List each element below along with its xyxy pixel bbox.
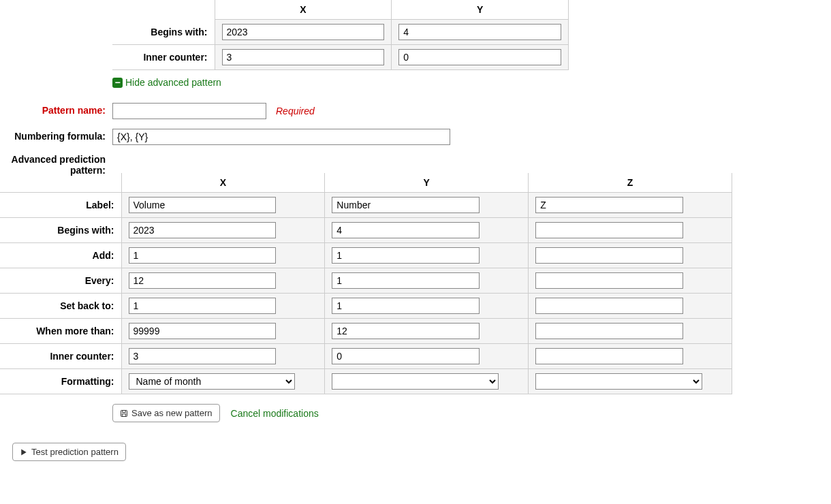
top-row-inner-counter-label: Inner counter: (112, 45, 215, 70)
top-xy-table: X Y Begins with: Inner counter: (112, 0, 569, 70)
xyz-begins-with-y-input[interactable] (332, 222, 480, 238)
advanced-prediction-pattern-label: Advanced prediction pattern: (0, 152, 112, 176)
hide-advanced-pattern-label: Hide advanced pattern (125, 77, 221, 88)
xyz-every-y-input[interactable] (332, 272, 480, 289)
xyz-formatting-z-select[interactable] (535, 373, 702, 390)
test-prediction-pattern-button[interactable]: Test prediction pattern (12, 443, 126, 461)
xyz-setback-z-input[interactable] (535, 298, 683, 314)
svg-rect-1 (123, 410, 126, 412)
top-row-begins-with-label: Begins with: (112, 20, 215, 45)
xyz-col-z-header: Z (529, 173, 732, 193)
xyz-inner-counter-y-input[interactable] (332, 348, 480, 364)
top-begins-with-y-input[interactable] (398, 24, 561, 40)
xyz-label-z-input[interactable] (535, 197, 683, 213)
xyz-row-every-label: Every: (0, 268, 121, 294)
numbering-formula-label: Numbering formula: (0, 129, 112, 142)
xyz-formatting-x-select[interactable]: Name of month (129, 373, 295, 390)
xyz-inner-counter-x-input[interactable] (129, 348, 277, 364)
xyz-empty-header (0, 173, 121, 193)
xyz-whenmore-x-input[interactable] (129, 323, 277, 339)
xyz-row-formatting-label: Formatting: (0, 369, 121, 394)
svg-rect-2 (122, 413, 125, 416)
xyz-every-z-input[interactable] (535, 272, 683, 289)
pattern-name-label: Pattern name: (0, 103, 112, 116)
xyz-add-y-input[interactable] (332, 247, 480, 264)
cancel-modifications-link[interactable]: Cancel modifications (231, 408, 319, 419)
xyz-setback-x-input[interactable] (129, 298, 277, 314)
top-inner-counter-x-input[interactable] (222, 49, 385, 65)
top-begins-with-x-input[interactable] (222, 24, 385, 40)
xyz-inner-counter-z-input[interactable] (535, 348, 683, 364)
empty-header (112, 0, 215, 20)
xyz-whenmore-y-input[interactable] (332, 323, 480, 339)
svg-marker-3 (21, 449, 27, 455)
numbering-formula-input[interactable] (112, 129, 450, 145)
xyz-col-x-header: X (121, 173, 325, 193)
xyz-row-begins-with-label: Begins with: (0, 218, 121, 243)
svg-rect-0 (121, 410, 127, 416)
xyz-setback-y-input[interactable] (332, 298, 480, 314)
test-button-label: Test prediction pattern (31, 447, 119, 457)
xyz-row-label-label: Label: (0, 193, 121, 218)
xyz-row-inner-counter-label: Inner counter: (0, 344, 121, 369)
xyz-row-whenmore-label: When more than: (0, 319, 121, 344)
top-col-y-header: Y (392, 0, 569, 20)
xyz-add-z-input[interactable] (535, 247, 683, 264)
xyz-every-x-input[interactable] (129, 272, 277, 289)
xyz-begins-with-z-input[interactable] (535, 222, 683, 238)
xyz-formatting-y-select[interactable] (332, 373, 498, 390)
pattern-name-input[interactable] (112, 103, 266, 119)
save-as-new-pattern-button[interactable]: Save as new pattern (112, 404, 220, 422)
xyz-row-setback-label: Set back to: (0, 294, 121, 319)
xyz-label-y-input[interactable] (332, 197, 480, 213)
xyz-col-y-header: Y (325, 173, 529, 193)
xyz-row-add-label: Add: (0, 243, 121, 268)
play-icon (20, 448, 28, 456)
xyz-label-x-input[interactable] (129, 197, 277, 213)
hide-advanced-pattern-link[interactable]: − Hide advanced pattern (112, 77, 221, 88)
xyz-add-x-input[interactable] (129, 247, 277, 264)
xyz-table: X Y Z Label: Begins with: Add: Every: (0, 173, 732, 394)
required-note: Required (276, 106, 315, 116)
top-col-x-header: X (215, 0, 392, 20)
save-icon (120, 409, 128, 418)
top-inner-counter-y-input[interactable] (398, 49, 561, 65)
minus-icon: − (112, 78, 123, 88)
xyz-begins-with-x-input[interactable] (129, 222, 277, 238)
save-button-label: Save as new pattern (131, 408, 213, 418)
xyz-whenmore-z-input[interactable] (535, 323, 683, 339)
